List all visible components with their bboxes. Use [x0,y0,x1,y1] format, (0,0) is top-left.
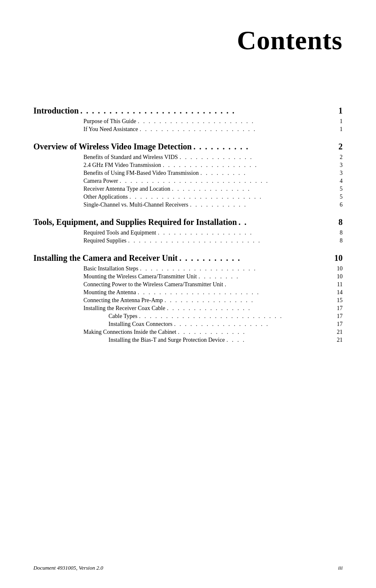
chapter-title-tools: Tools, Equipment, and Supplies Required … [33,217,237,227]
toc-entry-installing-9: Installing the Bias-T and Surge Protecti… [33,337,343,343]
entry-dots: . . . . . . . . . . . . . . [179,154,338,161]
entry-page: 21 [337,337,343,343]
entry-dots: . [225,281,336,288]
entry-page: 4 [340,178,343,184]
entry-dots: . . . . . . . . . . . . . . . . . . . . … [139,313,335,320]
entry-page: 8 [340,237,343,244]
entry-page: 11 [337,281,343,288]
entry-title: Camera Power [83,178,118,184]
entry-page: 5 [340,186,343,192]
entry-title: Cable Types [109,313,137,320]
entry-dots: . . . . . . . . . . . [190,202,338,208]
entry-title: Other Applications [83,194,128,200]
toc-section-introduction: Introduction . . . . . . . . . . . . . .… [33,106,343,133]
toc-section-installing: Installing the Camera and Receiver Unit … [33,253,343,343]
chapter-row-overview: Overview of Wireless Video Image Detecti… [33,142,343,151]
toc-entry-overview-3: Camera Power . . . . . . . . . . . . . .… [33,178,343,184]
toc-entry-installing-2: Connecting Power to the Wireless Camera/… [33,281,343,288]
chapter-row-installing: Installing the Camera and Receiver Unit … [33,253,343,263]
entry-page: 3 [340,170,343,177]
toc-entry-overview-2: Benefits of Using FM-Based Video Transmi… [33,170,343,177]
chapter-row-tools: Tools, Equipment, and Supplies Required … [33,217,343,227]
toc-entry-overview-1: 2.4 GHz FM Video Transmission . . . . . … [33,162,343,169]
entry-page: 2 [340,154,343,161]
chapter-page-installing: 10 [334,253,343,263]
toc-entry-installing-0: Basic Installation Steps . . . . . . . .… [33,265,343,272]
entry-dots: . . . . . . . . . . . . . . . . . . . . … [138,118,338,125]
entry-page: 17 [337,313,343,320]
toc-entry-overview-6: Single-Channel vs. Multi-Channel Receive… [33,202,343,208]
footer: Document 4931005, Version 2.0 iii [33,565,343,571]
entry-title: 2.4 GHz FM Video Transmission [83,162,161,169]
entry-page: 10 [337,265,343,272]
entry-title: Installing the Receiver Coax Cable [83,305,165,312]
entry-dots: . . . . . . . . . . . . . . . . . . . . … [129,194,338,200]
entry-dots: . . . . . . . . . . . . . . . . . . . . … [128,237,338,244]
entry-page: 6 [340,202,343,208]
entry-title: Purpose of This Guide [83,118,136,125]
entry-dots: . . . . . . . . . . . . . . . . . [164,297,335,304]
footer-right: iii [338,565,343,571]
entry-page: 3 [340,162,343,169]
entry-page: 5 [340,194,343,200]
entry-page: 14 [337,289,343,296]
entry-title: Mounting the Wireless Camera/Transmitter… [83,273,197,280]
toc-section-overview: Overview of Wireless Video Image Detecti… [33,142,343,208]
entry-title: Benefits of Standard and Wireless VIDS [83,154,178,161]
entry-title: Mounting the Antenna [83,289,136,296]
entry-title: Installing Coax Connectors [109,321,172,328]
entry-dots: . . . . . . . . . . . . . [178,329,335,336]
toc-entry-tools-0: Required Tools and Equipment . . . . . .… [33,230,343,236]
chapter-row-introduction: Introduction . . . . . . . . . . . . . .… [33,106,343,116]
chapter-title-overview: Overview of Wireless Video Image Detecti… [33,142,192,151]
toc-entry-installing-7: Installing Coax Connectors . . . . . . .… [33,321,343,328]
toc-entry-introduction-0: Purpose of This Guide . . . . . . . . . … [33,118,343,125]
page-title: Contents [33,25,343,56]
footer-left: Document 4931005, Version 2.0 [33,565,103,571]
entry-dots: . . . . . . . . . . . . . . . [172,186,338,192]
entry-title: Receiver Antenna Type and Location [83,186,170,192]
toc-entry-overview-0: Benefits of Standard and Wireless VIDS .… [33,154,343,161]
toc-entry-installing-5: Installing the Receiver Coax Cable . . .… [33,305,343,312]
entry-dots: . . . . . . . . . . . . . . . . . . . . … [120,178,338,184]
entry-dots: . . . . . . . . . . . . . . . . . . [163,162,338,169]
entry-title: Single-Channel vs. Multi-Channel Receive… [83,202,188,208]
toc-entry-introduction-1: If You Need Assistance . . . . . . . . .… [33,126,343,133]
entry-title: Connecting the Antenna Pre-Amp [83,297,163,304]
entry-title: Required Tools and Equipment [83,230,156,236]
entry-dots: . . . . [227,337,335,343]
chapter-dots-installing: . . . . . . . . . . . [179,253,333,263]
chapter-title-installing: Installing the Camera and Receiver Unit [33,253,178,263]
toc-entry-tools-1: Required Supplies . . . . . . . . . . . … [33,237,343,244]
toc-container: Introduction . . . . . . . . . . . . . .… [33,106,343,343]
entry-page: 21 [337,329,343,336]
entry-page: 1 [340,126,343,133]
chapter-page-tools: 8 [338,217,343,227]
entry-page: 1 [340,118,343,125]
page: Contents Introduction . . . . . . . . . … [0,0,376,588]
entry-title: Required Supplies [83,237,126,244]
entry-dots: . . . . . . . . . . . . . . . . . . [158,230,338,236]
chapter-page-introduction: 1 [338,106,343,116]
toc-entry-installing-1: Mounting the Wireless Camera/Transmitter… [33,273,343,280]
toc-entry-installing-6: Cable Types . . . . . . . . . . . . . . … [33,313,343,320]
chapter-dots-overview: . . . . . . . . . . [193,142,337,151]
toc-entry-installing-3: Mounting the Antenna . . . . . . . . . .… [33,289,343,296]
entry-dots: . . . . . . . . . . . . . . . . . . . . … [138,289,335,296]
entry-title: If You Need Assistance [83,126,138,133]
entry-dots: . . . . . . . . [199,273,335,280]
entry-page: 10 [337,273,343,280]
entry-dots: . . . . . . . . . . . . . . . . [167,305,335,312]
chapter-title-introduction: Introduction [33,106,79,116]
entry-title: Basic Installation Steps [83,265,138,272]
entry-page: 15 [337,297,343,304]
chapter-page-overview: 2 [338,142,343,151]
entry-title: Making Connections Inside the Cabinet [83,329,176,336]
entry-title: Connecting Power to the Wireless Camera/… [83,281,223,288]
entry-dots: . . . . . . . . . . . . . . . . . . . . … [140,126,338,133]
entry-dots: . . . . . . . . . . . . . . . . . . . . … [140,265,335,272]
entry-page: 8 [340,230,343,236]
entry-dots: . . . . . . . . . [200,170,338,177]
toc-entry-installing-8: Making Connections Inside the Cabinet . … [33,329,343,336]
toc-entry-overview-4: Receiver Antenna Type and Location . . .… [33,186,343,192]
